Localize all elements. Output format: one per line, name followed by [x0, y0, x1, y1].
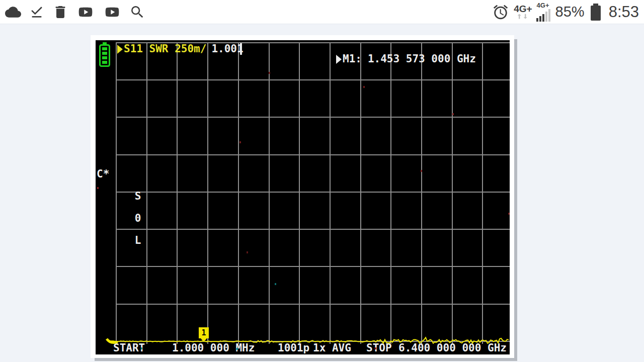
data-activity-arrows-icon [517, 14, 529, 20]
trace-value: 1.001 [211, 44, 243, 54]
device-battery-icon [99, 42, 111, 67]
check-underline-icon[interactable] [29, 4, 45, 20]
sweep-points: 1001p [278, 343, 309, 353]
status-bar: 4G+ 4G+ 85% 8:53 [0, 0, 644, 24]
signal-bars-icon [536, 9, 551, 22]
cal-line: S [135, 190, 141, 202]
status-battery-icon [589, 3, 602, 22]
cloud-icon[interactable] [5, 4, 21, 20]
trace-label: S11 SWR 250m/ [124, 44, 206, 54]
search-icon[interactable] [129, 4, 145, 20]
calibration-status: C* S 0 L [97, 168, 141, 257]
sim1-network-label: 4G+ [514, 4, 532, 14]
trace-select-arrow-icon [117, 45, 123, 54]
marker-name: M1: [343, 54, 362, 64]
marker-flag[interactable]: 1 [199, 327, 209, 338]
cal-line: 0 [135, 212, 141, 224]
marker-readout-row: M1: 1.453 573 000 GHz [336, 54, 476, 64]
averaging-label: 1x AVG [313, 343, 351, 353]
status-bar-left-icons [5, 4, 145, 20]
stop-value: 6.400 000 000 GHz [398, 343, 507, 353]
sim2-network-label: 4G+ [537, 2, 549, 9]
vna-screenshot-photo[interactable]: S11 SWR 250m/ 1.001 M1: 1.453 573 000 GH… [91, 35, 514, 358]
stop-label: STOP [366, 343, 392, 353]
trash-icon[interactable] [52, 4, 68, 20]
start-label: START [113, 343, 145, 353]
youtube-icon[interactable] [76, 4, 95, 20]
clock-label: 8:53 [609, 3, 639, 21]
youtube-icon[interactable] [103, 4, 122, 20]
grid-vertical-lines [116, 42, 484, 344]
cal-line: L [135, 234, 141, 246]
alarm-clock-icon [492, 4, 509, 21]
start-value: 1.000 000 MHz [172, 343, 255, 353]
marker-arrow-icon [336, 55, 342, 64]
sim1-indicator: 4G+ [514, 4, 532, 20]
status-bar-right: 4G+ 4G+ 85% 8:53 [492, 2, 639, 22]
trace-status-row: S11 SWR 250m/ 1.001 [117, 44, 244, 54]
battery-percent-label: 85% [555, 4, 585, 20]
vna-screen: S11 SWR 250m/ 1.001 M1: 1.453 573 000 GH… [96, 40, 510, 354]
sim2-indicator: 4G+ [536, 2, 551, 22]
text-cursor [240, 43, 242, 55]
marker-value: 1.453 573 000 GHz [368, 54, 476, 64]
cal-line: C* [97, 168, 109, 180]
